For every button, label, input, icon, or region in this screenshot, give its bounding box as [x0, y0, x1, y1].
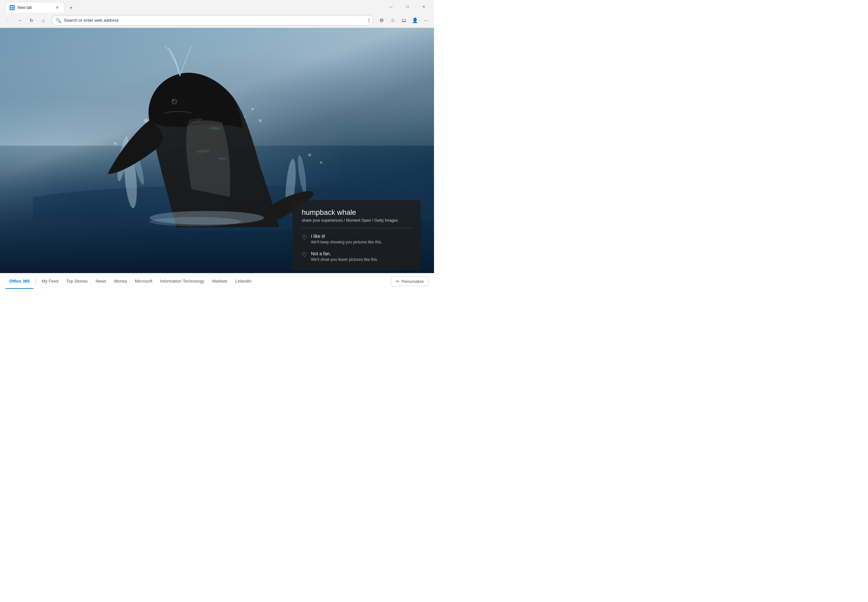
maximize-button[interactable]: ☐ — [400, 1, 415, 12]
svg-rect-1 — [12, 6, 14, 7]
close-button[interactable]: ✕ — [416, 1, 432, 12]
svg-point-14 — [259, 119, 261, 122]
dislike-title: Not a fan. — [311, 251, 378, 256]
nav-infotech[interactable]: Information Technology — [156, 274, 208, 289]
personalize-icon: ✏ — [396, 279, 399, 284]
window-controls: — ☐ ✕ — [383, 1, 432, 12]
svg-rect-0 — [11, 6, 12, 7]
tab-close-button[interactable]: ✕ — [54, 5, 60, 11]
nav-topstories[interactable]: Top Stories — [62, 274, 91, 289]
nav-separator: | — [34, 278, 38, 285]
refresh-button[interactable]: ↻ — [26, 15, 37, 26]
like-desc: We'll keep showing you pictures like thi… — [311, 240, 383, 244]
svg-point-29 — [150, 217, 241, 226]
tab-favicon — [9, 5, 15, 10]
svg-point-27 — [172, 100, 174, 101]
nav-news[interactable]: News — [91, 274, 110, 289]
info-divider — [302, 228, 412, 228]
hero-title: humpback whale — [302, 208, 412, 217]
toolbar-action-icons: ⚙ ☆ 🗂 👤 ⋯ — [376, 15, 432, 26]
nav-myfeed[interactable]: My Feed — [38, 274, 63, 289]
info-panel: humpback whale share your experiences / … — [292, 200, 421, 270]
personalize-button[interactable]: ✏ Personalize — [391, 276, 429, 286]
page-settings-button[interactable]: ⚙ — [376, 15, 387, 26]
svg-rect-3 — [12, 8, 14, 9]
nav-linkedin[interactable]: LinkedIn — [231, 274, 255, 289]
svg-rect-2 — [11, 8, 12, 9]
browser-toolbar: ← → ↻ ⌂ 🔍 ⚙ ☆ 🗂 👤 ⋯ — [0, 13, 434, 28]
nav-microsoft[interactable]: Microsoft — [131, 274, 156, 289]
like-text-block: I like it! We'll keep showing you pictur… — [311, 233, 383, 244]
nav-office365[interactable]: Office 365 — [5, 274, 34, 289]
address-bar[interactable]: 🔍 — [51, 15, 373, 26]
new-tab-button[interactable]: + — [66, 3, 76, 12]
hero-subtitle: share your experiences / Moment Open / G… — [302, 218, 412, 223]
active-tab[interactable]: New tab ✕ — [5, 2, 65, 12]
main-content: humpback whale share your experiences / … — [0, 28, 434, 289]
like-option[interactable]: ♡ I like it! We'll keep showing you pict… — [302, 233, 412, 244]
nav-markets[interactable]: Markets — [208, 274, 231, 289]
more-button[interactable]: ⋯ — [421, 15, 432, 26]
dislike-heart-icon: ♡ — [302, 251, 307, 258]
title-bar: New tab ✕ + — ☐ ✕ — [0, 0, 434, 13]
minimize-button[interactable]: — — [383, 1, 398, 12]
svg-point-13 — [251, 108, 254, 110]
svg-point-15 — [244, 116, 246, 118]
like-title: I like it! — [311, 233, 383, 239]
back-button[interactable]: ← — [3, 15, 13, 26]
svg-point-20 — [320, 161, 322, 164]
nav-money[interactable]: Money — [110, 274, 131, 289]
svg-point-18 — [114, 143, 117, 145]
like-heart-icon: ♡ — [302, 234, 307, 241]
personalize-label: Personalize — [401, 279, 424, 284]
tab-title: New tab — [17, 5, 52, 10]
svg-point-24 — [218, 158, 227, 160]
dislike-desc: We'll show you fewer pictures like this. — [311, 257, 378, 262]
collections-button[interactable]: 🗂 — [398, 15, 409, 26]
tab-bar: New tab ✕ + — [3, 1, 79, 12]
dislike-text-block: Not a fan. We'll show you fewer pictures… — [311, 251, 378, 262]
svg-point-12 — [144, 119, 148, 123]
svg-point-19 — [308, 153, 311, 156]
home-button[interactable]: ⌂ — [38, 15, 49, 26]
dislike-option[interactable]: ♡ Not a fan. We'll show you fewer pictur… — [302, 251, 412, 262]
bottom-nav: Office 365 | My Feed Top Stories News Mo… — [0, 273, 434, 289]
favorites-button[interactable]: ☆ — [387, 15, 398, 26]
forward-button[interactable]: → — [14, 15, 25, 26]
address-input[interactable] — [64, 18, 366, 23]
profile-button[interactable]: 👤 — [410, 15, 420, 26]
search-icon: 🔍 — [55, 18, 61, 23]
text-cursor — [369, 18, 369, 23]
browser-chrome: New tab ✕ + — ☐ ✕ ← → ↻ ⌂ 🔍 — [0, 0, 434, 28]
